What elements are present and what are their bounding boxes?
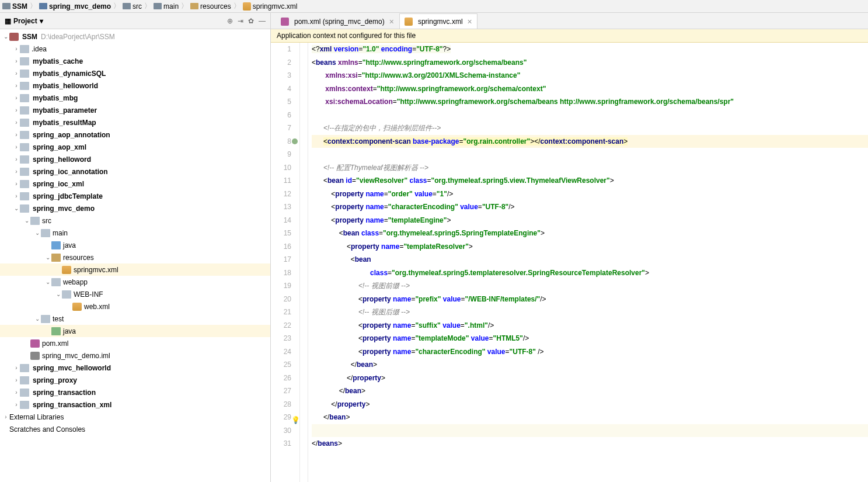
breadcrumb[interactable]: SSM〉 spring_mvc_demo〉 src〉 main〉 resourc… xyxy=(0,0,868,13)
select-open-file-icon[interactable]: ⊕ xyxy=(227,17,233,25)
tree-row[interactable]: ›spring_jdbcTemplate xyxy=(0,190,270,202)
code-line[interactable]: <bean xyxy=(312,253,868,266)
tree-row[interactable]: ›spring_aop_xml xyxy=(0,141,270,153)
tree-row[interactable]: ›spring_mvc_helloworld xyxy=(0,362,270,374)
code-line[interactable]: <!--在指定的包中，扫描控制层组件--> xyxy=(312,122,868,135)
code-line[interactable]: </property> xyxy=(312,398,868,411)
tree-row[interactable]: ›spring_helloword xyxy=(0,153,270,165)
tree-arrow-icon[interactable]: › xyxy=(13,70,20,77)
code-line[interactable]: </bean> xyxy=(312,411,868,424)
code-line[interactable]: class="org.thymeleaf.spring5.templateres… xyxy=(312,266,868,280)
tree-row[interactable]: springmvc.xml xyxy=(0,263,270,276)
tree-arrow-icon[interactable]: ⌄ xyxy=(13,205,20,211)
tree-row[interactable]: ›spring_ioc_annotation xyxy=(0,165,270,178)
tree-arrow-icon[interactable]: › xyxy=(13,365,20,371)
tree-arrow-icon[interactable]: › xyxy=(13,377,20,383)
code-line[interactable]: <bean id="viewResolver" class="org.thyme… xyxy=(312,174,868,188)
tree-arrow-icon[interactable]: › xyxy=(13,401,20,408)
tree-arrow-icon[interactable]: › xyxy=(13,82,20,89)
editor-tabs[interactable]: pom.xml (spring_mvc_demo)×springmvc.xml× xyxy=(271,13,868,29)
tree-arrow-icon[interactable]: › xyxy=(13,119,20,126)
tree-row[interactable]: ⌄SSMD:\ideaPorject\Apr\SSM xyxy=(0,30,270,43)
tree-row[interactable]: spring_mvc_demo.iml xyxy=(0,349,270,362)
tree-row[interactable]: ›spring_aop_annotation xyxy=(0,129,270,141)
sidebar-title[interactable]: ▦ Project ▾ xyxy=(5,17,43,25)
editor-tab[interactable]: springmvc.xml× xyxy=(399,13,477,29)
warning-bar[interactable]: Application context not configured for t… xyxy=(271,29,868,43)
gear-icon[interactable]: ✿ xyxy=(248,17,254,25)
code-line[interactable]: </beans> xyxy=(312,437,868,450)
code-line[interactable]: <!-- 配置Thymeleaf视图解析器 --> xyxy=(312,161,868,175)
close-icon[interactable]: × xyxy=(468,17,472,26)
tree-row[interactable]: ›spring_transaction xyxy=(0,386,270,398)
code-line[interactable]: xmlns:xsi="http://www.w3.org/2001/XMLSch… xyxy=(312,69,868,82)
tree-arrow-icon[interactable]: › xyxy=(13,181,20,187)
tree-arrow-icon[interactable]: ⌄ xyxy=(23,217,30,224)
hide-icon[interactable]: — xyxy=(259,17,266,25)
code-line[interactable]: <property name="order" value="1"/> xyxy=(312,188,868,201)
tree-row[interactable]: ›mybatis_mbg xyxy=(0,92,270,104)
tree-row[interactable]: ⌄src xyxy=(0,214,270,227)
intention-bulb-icon[interactable]: 💡 xyxy=(291,414,298,421)
code-line[interactable]: xmlns:context="http://www.springframewor… xyxy=(312,82,868,96)
crumb-ssm[interactable]: SSM xyxy=(2,2,27,11)
crumb-main[interactable]: main xyxy=(154,2,179,11)
tree-arrow-icon[interactable]: › xyxy=(13,58,20,64)
code-line[interactable]: <property name="templateResolver"> xyxy=(312,240,868,254)
tree-arrow-icon[interactable]: › xyxy=(13,144,20,150)
tree-row[interactable]: java xyxy=(0,239,270,251)
code-content[interactable]: <?xml version="1.0" encoding="UTF-8"?><b… xyxy=(308,43,868,482)
tree-row[interactable]: ›mybatis_parameter xyxy=(0,104,270,116)
tree-row[interactable]: ›spring_transaction_xml xyxy=(0,398,270,411)
code-editor[interactable]: 1234567891011121314151617181920212223242… xyxy=(271,43,868,482)
code-line[interactable]: <bean class="org.thymeleaf.spring5.Sprin… xyxy=(312,227,868,240)
code-line[interactable]: <property name="suffix" value=".html"/> xyxy=(312,319,868,332)
code-line[interactable] xyxy=(312,109,868,122)
tree-arrow-icon[interactable]: › xyxy=(13,389,20,396)
editor-tab[interactable]: pom.xml (spring_mvc_demo)× xyxy=(276,13,399,29)
tree-row[interactable]: ›spring_ioc_xml xyxy=(0,178,270,190)
code-line[interactable] xyxy=(312,424,868,438)
project-tree[interactable]: ⌄SSMD:\ideaPorject\Apr\SSM›.idea›mybatis… xyxy=(0,29,270,482)
code-line[interactable]: <?xml version="1.0" encoding="UTF-8"?> xyxy=(312,43,868,56)
tree-arrow-icon[interactable]: ⌄ xyxy=(34,230,41,236)
crumb-src[interactable]: src xyxy=(123,2,142,11)
code-line[interactable]: <property name="prefix" value="/WEB-INF/… xyxy=(312,293,868,306)
tree-row[interactable]: Scratches and Consoles xyxy=(0,423,270,435)
tree-row[interactable]: ›mybatis_dynamicSQL xyxy=(0,67,270,79)
tree-arrow-icon[interactable]: › xyxy=(13,193,20,199)
fold-gutter[interactable] xyxy=(300,43,308,482)
tree-row[interactable]: ›mybatis_cache xyxy=(0,55,270,67)
tree-row[interactable]: web.xml xyxy=(0,300,270,313)
code-line[interactable]: </bean> xyxy=(312,358,868,372)
crumb-file[interactable]: springmvc.xml xyxy=(243,2,298,11)
tree-arrow-icon[interactable]: › xyxy=(13,107,20,113)
tree-row[interactable]: ›External Libraries xyxy=(0,411,270,423)
tree-arrow-icon[interactable]: › xyxy=(13,46,20,52)
line-gutter[interactable]: 1234567891011121314151617181920212223242… xyxy=(271,43,300,482)
code-line[interactable]: <property name="characterEncoding" value… xyxy=(312,345,868,359)
tree-row[interactable]: pom.xml xyxy=(0,337,270,349)
tree-row[interactable]: ⌄spring_mvc_demo xyxy=(0,202,270,214)
code-line[interactable]: </bean> xyxy=(312,384,868,398)
code-line[interactable]: <!-- 视图后缀 --> xyxy=(312,306,868,319)
tree-row[interactable]: ›mybatis_helloworld xyxy=(0,79,270,92)
tree-row[interactable]: ⌄resources xyxy=(0,251,270,263)
tree-row[interactable]: ⌄WEB-INF xyxy=(0,288,270,300)
code-line[interactable]: <property name="templateMode" value="HTM… xyxy=(312,332,868,345)
tree-row[interactable]: ⌄webapp xyxy=(0,276,270,288)
tree-row[interactable]: ⌄test xyxy=(0,313,270,325)
tree-row[interactable]: ⌄main xyxy=(0,227,270,239)
tree-arrow-icon[interactable]: › xyxy=(2,414,9,420)
tree-arrow-icon[interactable]: › xyxy=(13,95,20,101)
code-line[interactable]: xsi:schemaLocation="http://www.springfra… xyxy=(312,95,868,109)
code-line[interactable]: <beans xmlns="http://www.springframework… xyxy=(312,56,868,70)
tree-arrow-icon[interactable]: ⌄ xyxy=(44,279,51,285)
tree-row[interactable]: ›mybatis_resultMap xyxy=(0,116,270,129)
tree-row[interactable]: ›spring_proxy xyxy=(0,374,270,386)
tree-arrow-icon[interactable]: ⌄ xyxy=(2,33,9,40)
code-line[interactable] xyxy=(312,148,868,161)
tree-arrow-icon[interactable]: ⌄ xyxy=(44,254,51,261)
expand-all-icon[interactable]: ⇥ xyxy=(238,17,243,25)
tree-row[interactable]: java xyxy=(0,325,270,337)
